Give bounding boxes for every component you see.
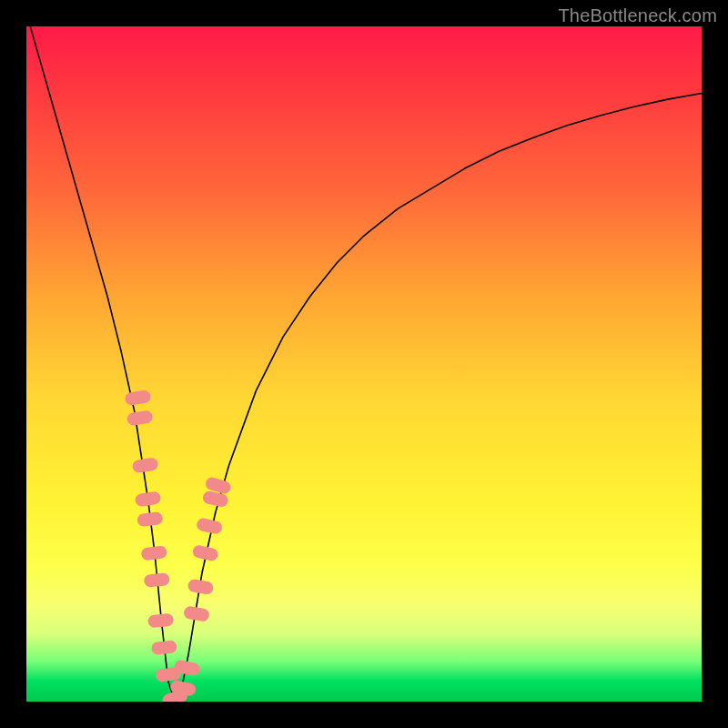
- data-marker: [136, 511, 164, 527]
- marker-group: [125, 389, 233, 702]
- watermark-text: TheBottleneck.com: [558, 5, 717, 26]
- data-marker: [126, 410, 154, 426]
- chart-svg: [26, 26, 702, 702]
- data-marker: [135, 490, 162, 507]
- data-marker: [187, 579, 214, 595]
- data-marker: [196, 517, 223, 535]
- data-marker: [183, 605, 210, 622]
- data-marker: [191, 544, 218, 562]
- data-marker: [144, 572, 170, 588]
- data-marker: [125, 389, 152, 406]
- data-marker: [151, 640, 177, 655]
- data-marker: [147, 613, 174, 629]
- data-marker: [132, 457, 159, 473]
- chart-plot-area: [26, 26, 702, 702]
- curve-path: [26, 26, 702, 702]
- data-marker: [140, 545, 167, 561]
- bottleneck-curve: [26, 26, 702, 702]
- chart-frame: TheBottleneck.com: [0, 0, 728, 728]
